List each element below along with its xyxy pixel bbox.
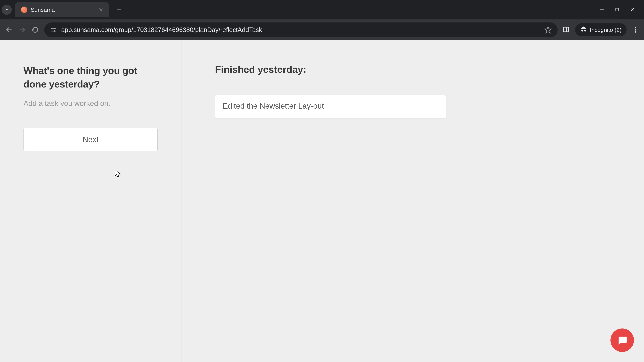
new-tab-button[interactable] xyxy=(114,5,124,15)
tune-icon xyxy=(50,27,57,33)
chat-icon xyxy=(617,335,628,346)
star-icon xyxy=(544,26,552,33)
panel-icon xyxy=(563,26,569,33)
svg-point-12 xyxy=(52,28,54,29)
svg-point-17 xyxy=(634,27,636,28)
forward-button[interactable] xyxy=(18,26,26,34)
minimize-button[interactable] xyxy=(599,6,606,13)
close-icon xyxy=(98,7,103,12)
svg-rect-15 xyxy=(564,27,568,32)
plus-icon xyxy=(116,7,122,12)
reload-icon xyxy=(32,26,39,33)
incognito-label: Incognito (2) xyxy=(590,27,622,33)
sidebar-subtitle: Add a task you worked on. xyxy=(24,99,158,108)
arrow-left-icon xyxy=(5,26,13,33)
svg-point-19 xyxy=(634,31,636,33)
svg-marker-14 xyxy=(545,27,551,33)
sidebar-heading: What's one thing you got done yesterday? xyxy=(24,64,158,91)
next-button[interactable]: Next xyxy=(24,128,158,151)
arrow-right-icon xyxy=(18,26,26,33)
minimize-icon xyxy=(599,7,605,12)
window-controls xyxy=(599,6,644,13)
incognito-icon xyxy=(580,26,587,34)
site-settings-button[interactable] xyxy=(50,26,57,33)
incognito-badge[interactable]: Incognito (2) xyxy=(575,23,626,36)
chevron-down-icon xyxy=(4,7,9,12)
browser-tab[interactable]: Sunsama xyxy=(15,2,109,17)
maximize-button[interactable] xyxy=(614,6,620,13)
main-heading: Finished yesterday: xyxy=(215,64,610,75)
browser-menu-button[interactable] xyxy=(632,26,639,33)
tab-close-button[interactable] xyxy=(98,7,104,13)
svg-point-18 xyxy=(634,29,636,30)
bookmark-button[interactable] xyxy=(544,26,552,33)
reload-button[interactable] xyxy=(31,26,39,34)
maximize-icon xyxy=(615,7,620,12)
dots-vertical-icon xyxy=(634,27,636,33)
task-input-wrapper[interactable]: Edited the Newsletter Lay-out xyxy=(215,95,446,118)
close-window-button[interactable] xyxy=(629,6,636,13)
chat-support-button[interactable] xyxy=(610,329,634,352)
tab-search-dropdown[interactable] xyxy=(2,5,12,15)
task-input[interactable]: Edited the Newsletter Lay-out xyxy=(223,101,324,110)
svg-rect-5 xyxy=(616,8,619,11)
svg-point-13 xyxy=(54,30,56,32)
close-icon xyxy=(630,7,635,12)
address-bar[interactable]: app.sunsama.com/group/17031827644696380/… xyxy=(44,22,558,37)
tab-bar: Sunsama xyxy=(0,0,644,19)
back-button[interactable] xyxy=(5,26,13,34)
sunsama-favicon-icon xyxy=(21,6,27,13)
url-text: app.sunsama.com/group/17031827644696380/… xyxy=(61,26,540,33)
tab-title: Sunsama xyxy=(31,6,94,13)
page-content: What's one thing you got done yesterday?… xyxy=(0,40,644,362)
address-bar-row: app.sunsama.com/group/17031827644696380/… xyxy=(0,19,644,40)
side-panel-button[interactable] xyxy=(563,26,570,33)
browser-chrome: Sunsama xyxy=(0,0,644,40)
main-area: Finished yesterday: Edited the Newslette… xyxy=(182,40,644,362)
sidebar: What's one thing you got done yesterday?… xyxy=(0,40,182,362)
text-cursor xyxy=(324,104,324,112)
